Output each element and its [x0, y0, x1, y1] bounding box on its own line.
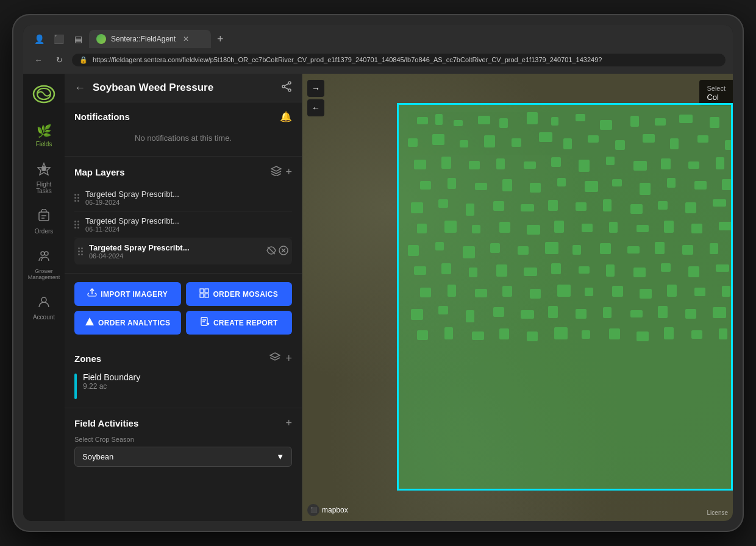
svg-rect-64	[633, 161, 647, 171]
svg-rect-90	[521, 204, 534, 211]
main-content: 🌿 Fields Flight Tasks	[23, 74, 733, 521]
svg-rect-41	[432, 134, 444, 145]
import-imagery-button[interactable]: IMPORT IMAGERY	[74, 282, 181, 306]
svg-rect-67	[716, 157, 724, 169]
svg-rect-73	[475, 183, 487, 190]
crop-season-select[interactable]: Soybean ▼	[74, 447, 292, 467]
mapbox-logo: ⬛ mapbox	[307, 504, 348, 516]
svg-rect-183	[609, 328, 620, 339]
field-overlay	[397, 103, 733, 491]
svg-rect-163	[466, 310, 474, 322]
notifications-header: Notifications 🔔	[74, 111, 292, 122]
layer-3-info: Targeted Spray Prescribt... 06-04-2024	[89, 243, 260, 260]
svg-rect-42	[460, 140, 468, 147]
map-nav-back[interactable]: ←	[307, 99, 324, 116]
svg-rect-66	[688, 161, 699, 169]
svg-rect-72	[448, 178, 456, 189]
svg-rect-162	[438, 306, 448, 314]
svg-rect-56	[414, 160, 426, 169]
sidebar-item-flight-tasks[interactable]: Flight Tasks	[26, 157, 62, 199]
fields-icon: 🌿	[37, 124, 52, 138]
svg-point-10	[288, 89, 291, 91]
url-box[interactable]: 🔒 https://fieldagent.sentera.com/fieldvi…	[72, 54, 726, 66]
map-selector-value: Col	[707, 93, 719, 102]
create-report-button[interactable]: CREATE REPORT	[186, 311, 293, 335]
svg-rect-44	[512, 138, 521, 147]
drag-handle-2[interactable]	[74, 221, 79, 229]
svg-rect-117	[435, 242, 444, 250]
browser-tab[interactable]: Sentera::FieldAgent ✕	[89, 30, 211, 48]
map-layer-item-active: Targeted Spray Prescribt... 06-04-2024	[74, 238, 292, 264]
sidebar-item-fields[interactable]: 🌿 Fields	[26, 119, 62, 152]
svg-rect-107	[582, 224, 593, 232]
map-nav-forward[interactable]: →	[307, 80, 324, 97]
layer-2-name: Targeted Spray Prescribt...	[85, 216, 292, 225]
layer-hide-icon[interactable]	[266, 246, 276, 257]
tab-close-button[interactable]: ✕	[183, 35, 189, 43]
svg-rect-20	[205, 294, 209, 297]
field-activities-title: Field Activities	[74, 418, 138, 428]
map-layers-add-icon[interactable]: +	[285, 166, 292, 179]
svg-rect-103	[472, 225, 480, 233]
license-badge[interactable]: License	[707, 509, 728, 516]
sidebar-toggle-icon[interactable]: ▤	[70, 30, 87, 48]
svg-rect-80	[667, 178, 676, 188]
drag-handle-3[interactable]	[78, 247, 83, 255]
bell-icon[interactable]: 🔔	[280, 111, 292, 122]
mosaic-icon	[199, 288, 209, 300]
svg-rect-168	[603, 307, 612, 318]
zones-add-icon[interactable]: +	[285, 352, 292, 365]
refresh-button[interactable]: ↻	[51, 52, 67, 68]
svg-rect-60	[524, 161, 536, 169]
svg-rect-74	[502, 179, 512, 191]
profile-icon[interactable]: 👤	[30, 30, 48, 48]
svg-point-6	[45, 252, 48, 255]
map-layer-item: Targeted Spray Prescribt... 06-11-2024	[74, 211, 292, 238]
svg-rect-133	[469, 268, 477, 277]
svg-point-8	[288, 82, 291, 84]
svg-rect-125	[655, 242, 665, 254]
layer-remove-icon[interactable]	[279, 246, 288, 258]
sidebar-item-account[interactable]: Account	[26, 290, 62, 325]
svg-rect-135	[524, 268, 537, 276]
svg-rect-104	[499, 222, 510, 233]
sidebar-flight-tasks-label: Flight Tasks	[29, 181, 59, 194]
new-tab-button[interactable]: +	[213, 33, 227, 46]
svg-rect-57	[441, 157, 451, 169]
svg-rect-43	[484, 135, 495, 147]
map-layers-stack-icon[interactable]	[271, 165, 282, 179]
svg-rect-149	[502, 286, 512, 297]
action-buttons-grid: IMPORT IMAGERY ORDER	[65, 274, 302, 343]
tab-groups-icon[interactable]: ⬛	[50, 30, 67, 48]
panel-back-button[interactable]: ←	[74, 82, 85, 94]
drag-handle-1[interactable]	[74, 194, 79, 202]
map-layer-item: Targeted Spray Prescribt... 06-19-2024	[74, 185, 292, 211]
svg-rect-26	[478, 116, 490, 124]
svg-rect-156	[694, 288, 705, 296]
svg-rect-92	[576, 202, 587, 211]
svg-rect-82	[722, 179, 731, 190]
field-activities-section: Field Activities + Select Crop Season So…	[65, 408, 302, 475]
account-icon	[37, 295, 51, 311]
back-button[interactable]: ←	[30, 52, 46, 68]
field-activities-add-icon[interactable]: +	[285, 417, 292, 430]
svg-rect-52	[725, 140, 731, 150]
sidebar-item-grower-management[interactable]: Grower Management	[26, 244, 62, 285]
zone-info: Field Boundary 9.22 ac	[83, 372, 140, 391]
svg-rect-30	[576, 114, 585, 121]
order-analytics-button[interactable]: ORDER ANALYTICS	[74, 311, 181, 335]
layer-3-actions	[266, 246, 288, 258]
panel-share-button[interactable]	[281, 81, 292, 94]
zones-stack-icon[interactable]	[269, 352, 280, 365]
map-field-selector[interactable]: Select Col	[699, 80, 733, 105]
svg-rect-79	[640, 183, 651, 195]
svg-rect-172	[713, 307, 726, 318]
svg-line-11	[285, 84, 288, 86]
svg-rect-87	[438, 199, 448, 208]
svg-rect-185	[664, 327, 674, 339]
layer-1-name: Targeted Spray Prescribt...	[85, 190, 292, 199]
sidebar-item-orders[interactable]: Orders	[26, 204, 62, 239]
svg-rect-142	[716, 264, 729, 272]
order-mosaics-button[interactable]: ORDER MOSAICS	[186, 282, 293, 306]
svg-rect-2	[39, 212, 49, 221]
